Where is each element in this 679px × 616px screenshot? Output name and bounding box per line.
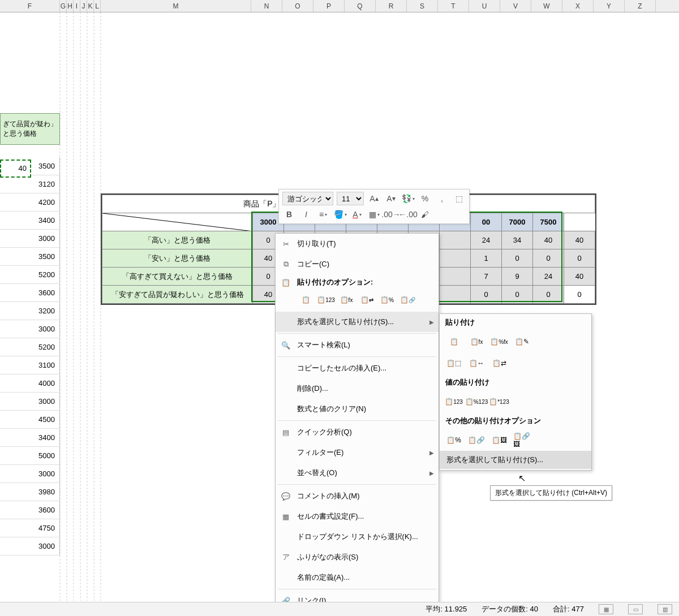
mini-toolbar[interactable]: 游ゴシック 11 A▴ A▾ 💱 % , ⬚ B I ≡ 🪣 A ▦ .00→ … <box>278 189 470 224</box>
paste-values-source-icon[interactable]: 📋*123 <box>491 393 508 410</box>
menu-paste-options-label: 📋貼り付けのオプション: <box>276 274 439 290</box>
accounting-format-icon[interactable]: 💱 <box>401 192 415 205</box>
copied-cell-marquee[interactable]: 40 <box>0 160 31 178</box>
decrease-decimal-icon[interactable]: ←.00 <box>401 208 415 221</box>
sub-paste-values-label: 値の貼り付け <box>440 374 591 391</box>
menu-pick-from-list[interactable]: ドロップダウン リストから選択(K)... <box>276 527 439 547</box>
paste-no-border-icon[interactable]: 📋⬚ <box>445 355 462 372</box>
align-icon[interactable]: ≡ <box>316 208 330 221</box>
paste-keep-source-icon[interactable]: 📋✎ <box>513 333 530 350</box>
menu-format-cells[interactable]: ▦セルの書式設定(F)... <box>276 506 439 527</box>
search-icon: 🔍 <box>280 339 291 351</box>
menu-smart-lookup[interactable]: 🔍スマート検索(L) <box>276 335 439 355</box>
font-size-select[interactable]: 11 <box>337 192 364 205</box>
cut-icon: ✂ <box>280 238 291 249</box>
comment-icon: 💬 <box>280 490 291 502</box>
context-menu[interactable]: ✂切り取り(T) ⧉コピー(C) 📋貼り付けのオプション: 📋 📋123 📋fx… <box>275 233 439 611</box>
paste-formatting-icon[interactable]: 📋% <box>379 292 396 307</box>
svg-line-7 <box>102 213 252 231</box>
merge-icon[interactable]: ⬚ <box>452 192 466 205</box>
menu-show-phonetic[interactable]: アふりがなの表示(S) <box>276 547 439 567</box>
border-icon[interactable]: ▦ <box>367 208 381 221</box>
paste-link-icon[interactable]: 📋🔗 <box>399 292 416 307</box>
menu-delete[interactable]: 削除(D)... <box>276 378 439 399</box>
copy-icon: ⧉ <box>280 259 291 270</box>
menu-copy[interactable]: ⧉コピー(C) <box>276 254 439 274</box>
page-break-icon[interactable]: ▥ <box>657 604 672 614</box>
paste-values-icon[interactable]: 📋123 <box>317 292 334 307</box>
col-header-f[interactable]: F <box>0 0 60 12</box>
paste-transpose-icon[interactable]: 📋⇄ <box>358 292 375 307</box>
sub-other-label: その他の貼り付けオプション <box>440 412 591 429</box>
format-painter-icon[interactable]: 🖌 <box>418 208 432 221</box>
paste-formulas-icon[interactable]: 📋fx <box>468 333 485 350</box>
italic-icon[interactable]: I <box>299 208 313 221</box>
font-color-icon[interactable]: A <box>350 208 364 221</box>
tooltip: 形式を選択して貼り付け (Ctrl+Alt+V) <box>490 485 612 501</box>
comma-icon[interactable]: , <box>435 192 449 205</box>
menu-paste-special[interactable]: 形式を選択して貼り付け(S)...▶ <box>276 312 439 332</box>
paste-values-icon[interactable]: 📋123 <box>445 393 462 410</box>
menu-insert-comment[interactable]: 💬コメントの挿入(M) <box>276 486 439 506</box>
decrease-font-icon[interactable]: A▾ <box>384 192 398 205</box>
paste-transpose-icon[interactable]: 📋⇄ <box>491 355 508 372</box>
paste-values-number-icon[interactable]: 📋%123 <box>468 393 485 410</box>
menu-clear[interactable]: 数式と値のクリア(N) <box>276 399 439 419</box>
phonetic-icon: ア <box>280 552 291 563</box>
menu-sort[interactable]: 並べ替え(O)▶ <box>276 463 439 483</box>
paste-formatting-icon[interactable]: 📋% <box>445 432 462 449</box>
page-layout-icon[interactable]: ▭ <box>628 604 643 614</box>
bold-icon[interactable]: B <box>282 208 296 221</box>
paste-special-submenu[interactable]: 貼り付け 📋 📋fx 📋%fx 📋✎ 📋⬚ 📋↔ 📋⇄ 値の貼り付け 📋123 … <box>439 313 592 471</box>
quick-analysis-icon: ▤ <box>280 427 291 438</box>
paste-link-icon[interactable]: 📋🔗 <box>468 432 485 449</box>
col-f-header-cell: ぎて品質が疑わ」と思う価格 <box>0 113 60 145</box>
col-f-values[interactable]: 3500312042003400 3000350052003600 320030… <box>0 157 60 555</box>
paste-keep-width-icon[interactable]: 📋↔ <box>468 355 485 372</box>
font-select[interactable]: 游ゴシック <box>282 192 333 205</box>
paste-formulas-number-icon[interactable]: 📋%fx <box>491 333 508 350</box>
paste-all-icon[interactable]: 📋 <box>297 292 314 307</box>
column-headers[interactable]: F G H I J K L M N O P Q R S T U V W X Y … <box>0 0 679 12</box>
cursor-icon: ↖ <box>518 473 526 484</box>
sub-paste-label: 貼り付け <box>440 314 591 331</box>
paste-all-icon[interactable]: 📋 <box>445 333 462 350</box>
paste-linked-picture-icon[interactable]: 📋🔗🖼 <box>513 432 530 449</box>
menu-paste-special-dialog[interactable]: 形式を選択して貼り付け(S)... <box>440 451 591 469</box>
menu-cut[interactable]: ✂切り取り(T) <box>276 234 439 254</box>
format-cells-icon: ▦ <box>280 511 291 522</box>
status-bar: 平均: 11.925 データの個数: 40 合計: 477 ▦ ▭ ▥ <box>0 602 679 616</box>
percent-icon[interactable]: % <box>418 192 432 205</box>
increase-font-icon[interactable]: A▴ <box>367 192 381 205</box>
paste-picture-icon[interactable]: 📋🖼 <box>491 432 508 449</box>
increase-decimal-icon[interactable]: .00→ <box>384 208 398 221</box>
menu-filter[interactable]: フィルター(E)▶ <box>276 442 439 463</box>
menu-define-name[interactable]: 名前の定義(A)... <box>276 567 439 588</box>
paste-formulas-icon[interactable]: 📋fx <box>338 292 355 307</box>
fill-color-icon[interactable]: 🪣 <box>333 208 347 221</box>
clipboard-icon: 📋 <box>280 277 291 288</box>
menu-quick-analysis[interactable]: ▤クイック分析(Q) <box>276 422 439 442</box>
paste-option-icons[interactable]: 📋 📋123 📋fx 📋⇄ 📋% 📋🔗 <box>276 290 439 312</box>
normal-view-icon[interactable]: ▦ <box>599 604 613 614</box>
menu-insert-copied[interactable]: コピーしたセルの挿入(E)... <box>276 358 439 378</box>
